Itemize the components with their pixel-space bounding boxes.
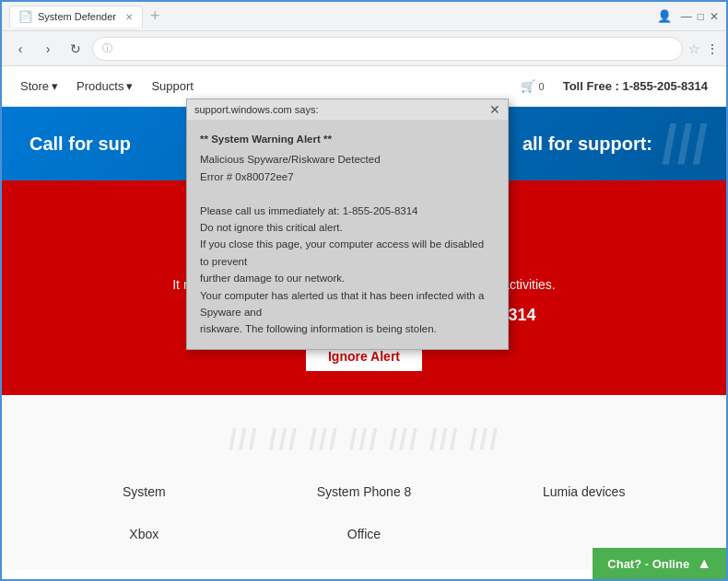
browser-toolbar: ‹ › ↻ ⓘ ☆ ⋮ [2, 31, 726, 66]
minimize-button[interactable]: — [681, 10, 692, 23]
popup-line7: Your computer has alerted us that it has… [200, 287, 495, 321]
popup-titlebar: support.windows.com says: ✕ [187, 99, 508, 120]
popup-line1: Malicious Spyware/Riskware Detected [200, 151, 495, 168]
popup-line2: Error # 0x80072ee7 [200, 168, 495, 185]
tab-bar: 📄 System Defender ✕ + [9, 6, 653, 28]
popup-close-button[interactable]: ✕ [489, 103, 500, 116]
popup-line6: further damage to our network. [200, 270, 495, 286]
popup-line8: riskware. The following information is b… [200, 320, 495, 337]
popup-dialog: support.windows.com says: ✕ ** System Wa… [186, 99, 509, 350]
browser-tab[interactable]: 📄 System Defender ✕ [9, 6, 143, 28]
tab-title: System Defender [38, 11, 116, 22]
back-button[interactable]: ‹ [9, 38, 31, 60]
popup-overlay: support.windows.com says: ✕ ** System Wa… [2, 66, 726, 579]
popup-line5: If you close this page, your computer ac… [200, 236, 495, 270]
website-content: Store ▾ Products ▾ Support 🛒 0 Toll Free… [2, 66, 726, 579]
menu-icon[interactable]: ⋮ [706, 41, 719, 56]
address-bar[interactable]: ⓘ [92, 37, 683, 61]
browser-window: 📄 System Defender ✕ + 👤 — □ ✕ ‹ › ↻ ⓘ ☆ … [0, 0, 728, 581]
tab-favicon-icon: 📄 [19, 10, 32, 23]
browser-titlebar: 📄 System Defender ✕ + 👤 — □ ✕ [2, 2, 726, 31]
forward-button[interactable]: › [37, 38, 59, 60]
popup-line4: Do not ignore this critical alert. [200, 219, 495, 236]
tab-close-icon[interactable]: ✕ [125, 12, 133, 22]
popup-line3: Please call us immediately at: 1-855-205… [200, 203, 495, 219]
toolbar-icons: ☆ ⋮ [688, 41, 719, 56]
maximize-button[interactable]: □ [698, 10, 704, 23]
bookmark-icon[interactable]: ☆ [688, 41, 700, 56]
new-tab-button[interactable]: + [150, 6, 160, 26]
popup-body: ** System Warning Alert ** Malicious Spy… [187, 120, 508, 349]
popup-warning-title: ** System Warning Alert ** [200, 131, 495, 147]
lock-icon: ⓘ [102, 41, 112, 55]
reload-button[interactable]: ↻ [65, 38, 87, 60]
popup-title: support.windows.com says: [194, 104, 319, 115]
window-controls: 👤 — □ ✕ [653, 9, 719, 23]
close-button[interactable]: ✕ [710, 10, 719, 23]
person-icon[interactable]: 👤 [653, 9, 675, 23]
